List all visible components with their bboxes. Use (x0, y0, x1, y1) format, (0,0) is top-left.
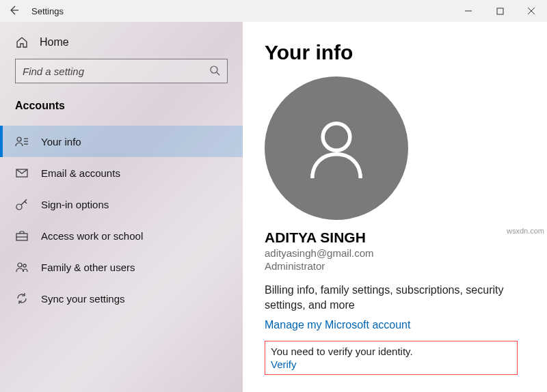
sidebar-item-access-work-school[interactable]: Access work or school (0, 220, 243, 251)
sidebar-item-label: Sign-in options (41, 199, 109, 210)
sidebar-item-sync-settings[interactable]: Sync your settings (0, 283, 243, 314)
briefcase-icon (15, 229, 29, 242)
billing-text: Billing info, family settings, subscript… (265, 283, 533, 312)
search-icon (209, 65, 220, 78)
minimize-button[interactable] (453, 0, 484, 22)
back-icon[interactable] (8, 5, 19, 18)
key-icon (15, 197, 29, 211)
main-panel: Your info ADITYA SINGH adityasingh@gmail… (243, 22, 547, 392)
svg-point-7 (17, 137, 21, 141)
home-icon (15, 36, 29, 49)
sidebar-item-label: Your info (41, 136, 81, 148)
sidebar-item-signin-options[interactable]: Sign-in options (0, 188, 243, 220)
category-label: Accounts (0, 90, 243, 119)
close-button[interactable] (516, 0, 547, 22)
watermark: wsxdn.com (507, 227, 544, 235)
sidebar-item-family-users[interactable]: Family & other users (0, 251, 243, 283)
sidebar-item-your-info[interactable]: Your info (0, 126, 243, 157)
svg-point-17 (18, 263, 22, 267)
window-title: Settings (31, 6, 64, 16)
nav-home-label: Home (40, 36, 69, 48)
svg-point-5 (211, 66, 217, 73)
your-info-icon (15, 135, 29, 148)
search-input[interactable] (23, 66, 209, 77)
verify-message: You need to verify your identity. (271, 346, 511, 357)
user-name: ADITYA SINGH (265, 229, 533, 246)
user-email: adityasingh@gmail.com (265, 247, 533, 259)
maximize-button[interactable] (484, 0, 516, 22)
svg-line-6 (217, 72, 219, 75)
sidebar-item-label: Family & other users (41, 262, 135, 273)
page-title: Your info (265, 41, 533, 64)
manage-account-link[interactable]: Manage my Microsoft account (265, 319, 410, 331)
verify-link[interactable]: Verify (271, 359, 297, 370)
people-icon (15, 260, 29, 274)
svg-point-12 (16, 204, 22, 210)
sidebar: Home Accounts Your info Emai (0, 22, 243, 392)
svg-line-14 (25, 201, 27, 204)
sidebar-item-email-accounts[interactable]: Email & accounts (0, 157, 243, 188)
sidebar-item-label: Email & accounts (41, 167, 120, 179)
svg-rect-2 (497, 8, 503, 14)
user-icon (299, 111, 374, 186)
avatar (265, 76, 408, 220)
email-icon (15, 166, 29, 180)
svg-point-18 (23, 264, 26, 267)
nav-home[interactable]: Home (0, 29, 243, 59)
sidebar-item-label: Sync your settings (41, 293, 125, 305)
search-box[interactable] (15, 59, 228, 83)
sidebar-item-label: Access work or school (41, 230, 143, 242)
verify-box: You need to verify your identity. Verify (265, 341, 518, 375)
svg-point-19 (323, 124, 350, 151)
user-role: Administrator (265, 260, 533, 272)
sync-icon (15, 292, 29, 305)
titlebar: Settings (0, 0, 547, 22)
